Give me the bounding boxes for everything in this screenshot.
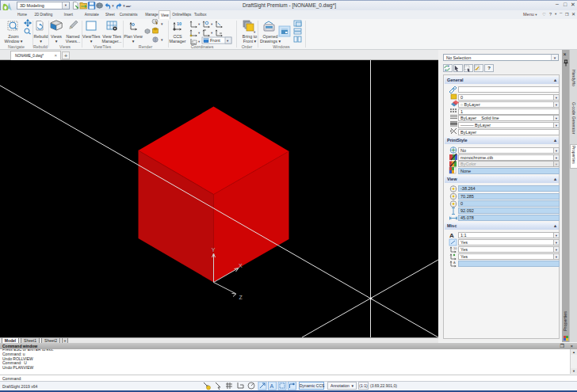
- svg-text:▾: ▾: [112, 4, 114, 8]
- svg-text:▾: ▾: [211, 31, 213, 35]
- svg-text:▾: ▾: [123, 4, 125, 8]
- svg-text:Front: Front: [210, 38, 220, 43]
- svg-text:▾: ▾: [198, 31, 201, 35]
- svg-text:A: A: [270, 383, 274, 389]
- svg-text:Z: Z: [239, 295, 243, 300]
- svg-text:A: A: [449, 232, 454, 239]
- svg-text:▾: ▾: [254, 30, 256, 34]
- svg-text:10: 10: [453, 246, 457, 250]
- svg-text:Y: Y: [212, 247, 216, 253]
- svg-text:A: A: [453, 261, 456, 265]
- svg-text:▾: ▾: [161, 21, 163, 26]
- svg-text:10: 10: [177, 21, 182, 26]
- svg-text:▾: ▾: [198, 22, 201, 26]
- svg-text:▾: ▾: [161, 37, 163, 42]
- svg-text:▾: ▾: [198, 40, 201, 44]
- svg-text:X: X: [239, 263, 243, 268]
- svg-text:▾: ▾: [211, 22, 213, 26]
